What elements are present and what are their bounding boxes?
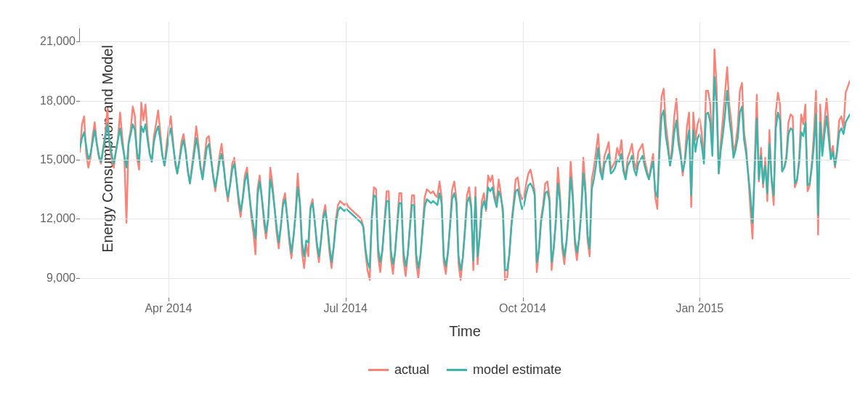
y-tick-mark xyxy=(76,101,80,102)
y-axis-segment xyxy=(79,28,80,41)
x-tick-label: Jul 2014 xyxy=(323,302,368,315)
chart-container: Energy Consumption and Model 9,00012,000… xyxy=(0,0,868,395)
x-tick-label: Oct 2014 xyxy=(499,302,546,315)
legend-label: actual xyxy=(394,362,429,378)
gridline-h xyxy=(80,160,850,160)
gridline-h xyxy=(80,101,850,102)
y-tick-mark xyxy=(76,219,80,219)
gridline-v xyxy=(169,22,169,298)
x-tick-mark xyxy=(346,298,346,301)
x-tick-mark xyxy=(523,298,524,301)
y-tick-label: 21,000 xyxy=(40,35,76,48)
legend-label: model estimate xyxy=(473,362,561,378)
y-tick-label: 18,000 xyxy=(40,94,76,107)
legend: actualmodel estimate xyxy=(80,359,850,378)
gridline-v xyxy=(346,22,346,298)
x-tick-label: Apr 2014 xyxy=(145,302,192,315)
y-tick-mark xyxy=(76,278,80,279)
gridline-v xyxy=(699,22,700,298)
y-tick-label: 15,000 xyxy=(40,153,76,166)
series-actual xyxy=(80,49,850,280)
gridline-h xyxy=(80,219,850,219)
y-tick-label: 9,000 xyxy=(46,272,76,285)
legend-item-model-estimate: model estimate xyxy=(447,362,561,378)
y-tick-mark xyxy=(76,41,80,42)
legend-item-actual: actual xyxy=(368,362,429,378)
plot-area: 9,00012,00015,00018,00021,000Apr 2014Jul… xyxy=(80,22,850,298)
legend-swatch xyxy=(447,369,467,371)
gridline-h xyxy=(80,278,850,279)
x-tick-mark xyxy=(169,298,169,301)
legend-swatch xyxy=(368,369,389,371)
x-tick-mark xyxy=(699,298,700,301)
y-tick-mark xyxy=(76,160,80,160)
gridline-h xyxy=(80,41,850,42)
gridline-v xyxy=(523,22,524,298)
y-tick-label: 12,000 xyxy=(40,212,76,225)
x-tick-label: Jan 2015 xyxy=(676,302,723,315)
series-model-estimate xyxy=(80,77,850,270)
x-axis-label: Time xyxy=(80,323,850,340)
